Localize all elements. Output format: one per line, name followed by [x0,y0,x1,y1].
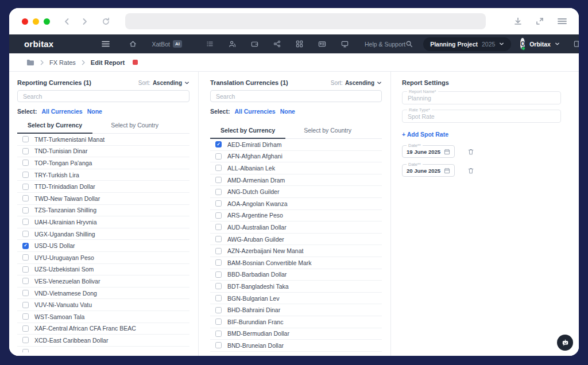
currency-checkbox[interactable] [22,254,29,261]
currency-checkbox[interactable] [22,325,29,332]
share-icon[interactable] [273,40,281,48]
delete-date-icon[interactable] [467,167,474,174]
minimize-window-button[interactable] [33,18,39,25]
currency-row[interactable]: UYU-Uruguayan Peso [17,252,189,264]
currency-row[interactable]: ARS-Argentine Peso [210,210,382,222]
currency-checkbox[interactable] [215,307,222,313]
currency-checkbox[interactable] [22,313,29,320]
currency-row[interactable]: XCD-East Caribbean Dollar [17,335,189,347]
currency-checkbox[interactable] [22,195,29,201]
monitor-icon[interactable] [341,40,349,48]
currency-row[interactable]: BGN-Bulgarian Lev [210,293,382,305]
user-menu-chevron-icon[interactable] [555,41,560,46]
currency-row[interactable]: AOA-Angolan Kwanza [210,198,382,210]
currency-checkbox[interactable] [215,200,222,207]
user-avatar[interactable]: O [520,38,525,50]
currency-checkbox[interactable] [215,259,222,266]
date-picker-field[interactable]: Date** 20 June 2025 [402,164,455,177]
currency-row[interactable]: AMD-Armenian Dram [210,174,382,187]
forward-icon[interactable] [80,17,89,26]
currency-checkbox[interactable] [22,290,29,296]
currency-row[interactable]: TTD-Trinidadian Dollar [17,181,189,193]
currency-checkbox[interactable] [22,160,29,166]
project-selector[interactable]: Planning Project 2025 [423,37,511,51]
rate-type-field[interactable]: Rate Type* Spot Rate [402,110,561,123]
help-support-link[interactable]: Help & Support [365,41,405,48]
currency-checkbox[interactable] [215,224,222,230]
currency-row[interactable]: ALL-Albanian Lek [210,162,382,174]
wallet-icon[interactable] [251,40,258,48]
currency-checkbox[interactable] [22,172,29,178]
side-panel-toggle-icon[interactable] [574,40,579,48]
search-input[interactable] [210,90,382,102]
currency-row[interactable]: BDT-Bangladeshi Taka [210,281,382,293]
home-icon[interactable] [129,40,137,48]
select-all-currencies-link[interactable]: All Currencies [234,108,275,115]
currency-checkbox[interactable] [22,243,29,249]
sort-dropdown[interactable]: Sort: Ascending [331,80,382,86]
id-card-icon[interactable] [318,40,326,48]
report-name-field[interactable]: Report Name* Planning [402,91,561,104]
currency-checkbox[interactable] [215,141,222,147]
currency-checkbox[interactable] [215,283,222,289]
currency-checkbox[interactable] [215,189,222,195]
currency-checkbox[interactable] [215,248,222,254]
currency-row[interactable] [17,347,189,352]
nav-menu-icon[interactable] [102,41,110,47]
xatbot-button[interactable]: XatBot AI [152,40,182,48]
currency-checkbox[interactable] [22,278,29,284]
currency-checkbox[interactable] [22,266,29,273]
currency-row[interactable]: AFN-Afghan Afghani [210,151,382,163]
tab-select-by-country[interactable]: Select by Country [100,119,169,133]
currency-row[interactable]: TMT-Turkmenistani Manat [17,134,189,146]
select-all-currencies-link[interactable]: All Currencies [41,108,82,115]
currency-row[interactable]: BHD-Bahraini Dinar [210,304,382,316]
tasks-icon[interactable] [206,40,214,48]
currency-checkbox[interactable] [215,212,222,219]
currency-checkbox[interactable] [22,302,29,308]
currency-row[interactable]: TND-Tunisian Dinar [17,146,189,158]
currency-checkbox[interactable] [22,148,29,154]
delete-date-icon[interactable] [467,148,474,156]
expand-icon[interactable] [535,17,544,26]
currency-checkbox[interactable] [215,271,222,278]
currency-row[interactable]: AED-Emirati Dirham [210,139,382,151]
orbitax-logo[interactable]: orbitax [24,39,53,49]
currency-checkbox[interactable] [215,153,222,160]
address-bar[interactable] [125,13,486,29]
download-icon[interactable] [513,17,523,26]
currency-row[interactable]: USD-US Dollar [17,240,189,252]
currency-checkbox[interactable] [215,342,222,348]
currency-row[interactable]: BIF-Burundian Franc [210,316,382,328]
calendar-icon[interactable] [444,168,450,174]
date-picker-field[interactable]: Date** 19 June 2025 [402,145,455,158]
search-input[interactable] [17,90,189,102]
currency-row[interactable]: AWG-Aruban Guilder [210,234,382,246]
currency-row[interactable]: BND-Bruneian Dollar [210,340,382,352]
chatbot-fab-button[interactable] [557,335,573,351]
currency-row[interactable]: VES-Venezuelan Bolivar [17,275,189,288]
sort-dropdown[interactable]: Sort: Ascending [138,80,189,86]
currency-row[interactable]: WST-Samoan Tala [17,311,189,323]
zoom-window-button[interactable] [44,18,50,25]
calendar-icon[interactable] [444,149,450,155]
currency-checkbox[interactable] [22,184,29,190]
currency-row[interactable]: BMD-Bermudian Dollar [210,328,382,340]
currency-row[interactable]: XAF-Central African CFA Franc BEAC [17,323,189,335]
close-window-button[interactable] [22,18,28,25]
browser-menu-icon[interactable] [557,17,567,25]
currency-row[interactable]: TWD-New Taiwan Dollar [17,193,189,205]
currency-checkbox[interactable] [22,349,29,352]
currency-checkbox[interactable] [215,331,222,337]
tab-select-by-country[interactable]: Select by Country [293,124,362,138]
currency-checkbox[interactable] [215,319,222,325]
apps-grid-icon[interactable] [296,40,303,48]
currency-row[interactable]: TOP-Tongan Pa'anga [17,157,189,169]
currency-row[interactable]: BAM-Bosnian Convertible Mark [210,257,382,269]
currency-row[interactable]: AZN-Azerbaijani New Manat [210,245,382,257]
select-none-link[interactable]: None [87,108,102,115]
currency-row[interactable]: UAH-Ukrainian Hryvnia [17,216,189,228]
currency-row[interactable]: VUV-Ni-Vanuatu Vatu [17,299,189,311]
currency-checkbox[interactable] [22,136,29,142]
refresh-icon[interactable] [102,17,110,26]
